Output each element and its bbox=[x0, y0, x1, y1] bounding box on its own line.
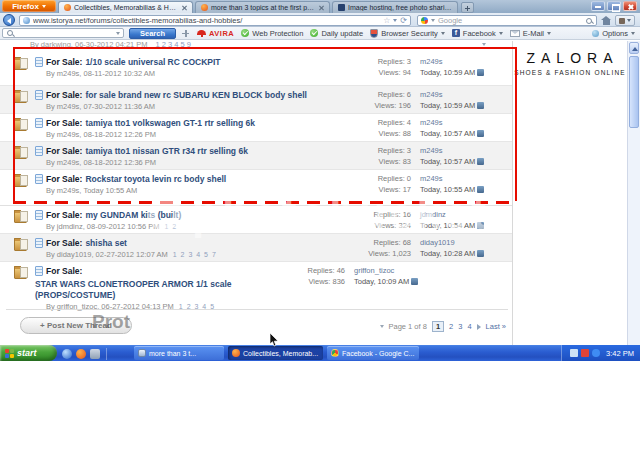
search-button[interactable]: Search bbox=[129, 28, 176, 39]
go-to-last-post-icon[interactable] bbox=[477, 130, 484, 137]
avira-umbrella-icon bbox=[197, 29, 206, 37]
last-post-user[interactable]: m249s bbox=[420, 174, 508, 185]
last-post-user[interactable]: m249s bbox=[420, 146, 508, 157]
page-menu-caret-icon[interactable] bbox=[380, 325, 384, 328]
next-page-icon[interactable] bbox=[477, 324, 481, 330]
thread-mini-pagination[interactable]: 1 2 3 4 5 7 bbox=[173, 251, 217, 258]
toolbar-search-input[interactable] bbox=[2, 28, 124, 38]
url-dropdown-icon[interactable] bbox=[393, 19, 397, 22]
new-tab-button[interactable] bbox=[461, 2, 474, 13]
go-to-last-post-icon[interactable] bbox=[477, 222, 484, 229]
daily-update-status[interactable]: Daily update bbox=[310, 29, 363, 38]
thread-title-link[interactable]: tamiya tto1 nissan GTR r34 rtr selling 6… bbox=[85, 146, 248, 156]
plus-icon[interactable] bbox=[181, 29, 190, 38]
reload-icon[interactable]: ⟳ bbox=[400, 17, 407, 25]
tray-icon[interactable] bbox=[592, 349, 600, 357]
go-to-last-post-icon[interactable] bbox=[477, 69, 484, 76]
browser-security-menu[interactable]: Browser Security bbox=[370, 29, 445, 38]
url-text[interactable]: www.istorya.net/forums/collectibles-memo… bbox=[33, 16, 380, 25]
zalora-ad-tagline[interactable]: SHOES & FASHION ONLINE bbox=[513, 69, 627, 76]
tab-more-than-3-topics[interactable]: more than 3 topics at the first pages ( … bbox=[195, 1, 330, 13]
last-page-link[interactable]: Last » bbox=[486, 322, 506, 331]
photobucket-favicon-icon bbox=[338, 4, 345, 11]
thread-prefix: For Sale: bbox=[46, 57, 82, 67]
options-icon bbox=[592, 30, 599, 37]
tab-image-hosting[interactable]: Image hosting, free photo sharing & vide… bbox=[332, 1, 458, 13]
email-menu[interactable]: E-Mail bbox=[510, 29, 551, 38]
table-row[interactable]: For Sale: Rockstar toyota levin rc body … bbox=[0, 169, 512, 197]
navigation-bar: www.istorya.net/forums/collectibles-memo… bbox=[0, 13, 640, 27]
page-link[interactable]: 4 bbox=[467, 322, 471, 331]
table-row[interactable]: For Sale: my GUNDAM kits (built) By jdmd… bbox=[0, 205, 512, 233]
restore-button[interactable] bbox=[607, 1, 621, 11]
last-post-user[interactable]: m249s bbox=[420, 90, 508, 101]
close-button[interactable] bbox=[623, 1, 637, 11]
thread-title-link[interactable]: 1/10 scale universal RC COCKPIT bbox=[85, 57, 220, 67]
thread-title-link[interactable]: Rockstar toyota levin rc body shell bbox=[85, 174, 226, 184]
last-post-user[interactable]: diday1019 bbox=[420, 238, 508, 249]
table-row[interactable]: For Sale: shisha set By diday1019, 02-27… bbox=[0, 233, 512, 261]
taskbar-task-2[interactable]: Collectibles, Memorab... bbox=[228, 346, 323, 360]
taskbar-task-3[interactable]: Facebook - Google C... bbox=[327, 346, 419, 360]
address-bar[interactable]: www.istorya.net/forums/collectibles-memo… bbox=[19, 15, 411, 26]
tab-close-icon[interactable] bbox=[181, 5, 187, 11]
zalora-ad-brand[interactable]: ZALORA bbox=[513, 50, 627, 66]
go-to-last-post-icon[interactable] bbox=[477, 102, 484, 109]
tab-close-icon[interactable] bbox=[318, 5, 324, 11]
web-protection-status[interactable]: Web Protection bbox=[241, 29, 303, 38]
page-summary[interactable]: Page 1 of 8 bbox=[389, 322, 427, 331]
table-row[interactable]: For Sale: tamiya tto1 volkswagen GT-1 rt… bbox=[0, 113, 512, 141]
bookmark-star-icon[interactable]: ☆ bbox=[383, 17, 390, 25]
tray-icon[interactable] bbox=[570, 349, 578, 357]
thread-title-link[interactable]: my GUNDAM kits (built) bbox=[85, 210, 181, 220]
last-post-user[interactable]: m249s bbox=[420, 118, 508, 129]
thread-views: Views: 83 bbox=[351, 157, 411, 168]
chevron-down-icon[interactable] bbox=[116, 32, 120, 35]
last-post-user[interactable]: griffon_tizoc bbox=[354, 266, 442, 277]
page-link[interactable]: 3 bbox=[458, 322, 462, 331]
thread-page-icon bbox=[35, 174, 43, 184]
go-to-last-post-icon[interactable] bbox=[411, 278, 418, 285]
firefox-icon[interactable] bbox=[76, 349, 86, 359]
addon-toolbar: Search AVIRA Web Protection Daily update… bbox=[0, 27, 640, 40]
tab-collectibles[interactable]: Collectibles, Memorabilias & Hobbies bbox=[58, 1, 193, 13]
go-to-last-post-icon[interactable] bbox=[477, 250, 484, 257]
table-row[interactable]: For Sale: for sale brand new rc SUBARU K… bbox=[0, 85, 512, 113]
thread-title-link[interactable]: tamiya tto1 volkswagen GT-1 rtr selling … bbox=[85, 118, 255, 128]
thread-title-link[interactable]: STAR WARS CLONETROOPER ARMOR 1/1 scale (… bbox=[35, 279, 285, 300]
start-button[interactable]: start bbox=[0, 345, 57, 361]
vertical-scrollbar[interactable] bbox=[627, 41, 640, 345]
options-menu[interactable]: Options bbox=[592, 29, 635, 38]
search-icon[interactable] bbox=[585, 17, 593, 25]
tray-icon[interactable] bbox=[581, 349, 589, 357]
scroll-up-icon[interactable] bbox=[629, 42, 639, 54]
thread-views: Views: 17 bbox=[351, 185, 411, 196]
thread-mini-pagination[interactable]: 1 2 bbox=[164, 223, 177, 230]
last-post-user[interactable]: m249s bbox=[420, 57, 508, 68]
firefox-menu-button[interactable]: Firefox bbox=[2, 0, 56, 12]
show-desktop-icon[interactable] bbox=[90, 349, 100, 359]
thread-title-link[interactable]: shisha set bbox=[85, 238, 127, 248]
thread-mini-pagination[interactable]: 1 2 3 4 5 9 bbox=[156, 41, 191, 49]
browser-search-bar[interactable]: Google bbox=[417, 15, 597, 26]
thread-title-link[interactable]: for sale brand new rc SUBARU KEN BLOCK b… bbox=[85, 90, 307, 100]
internet-explorer-icon[interactable] bbox=[62, 349, 72, 359]
site-globe-icon bbox=[23, 17, 30, 24]
scrollbar-thumb[interactable] bbox=[629, 56, 639, 128]
sort-caret-icon[interactable] bbox=[482, 43, 486, 46]
table-row[interactable]: For Sale: STAR WARS CLONETROOPER ARMOR 1… bbox=[0, 261, 512, 305]
last-post-user[interactable]: jdmdinz bbox=[420, 210, 508, 221]
minimize-button[interactable] bbox=[591, 1, 605, 11]
table-row[interactable]: For Sale: tamiya tto1 nissan GTR r34 rtr… bbox=[0, 141, 512, 169]
page-link[interactable]: 2 bbox=[449, 322, 453, 331]
table-row[interactable]: For Sale: 1/10 scale universal RC COCKPI… bbox=[0, 49, 512, 85]
engine-dropdown-icon[interactable] bbox=[431, 19, 435, 22]
bookmarks-button[interactable] bbox=[615, 15, 635, 26]
facebook-menu[interactable]: f Facebook bbox=[452, 29, 503, 38]
go-to-last-post-icon[interactable] bbox=[477, 186, 484, 193]
taskbar-task-1[interactable]: more than 3 t... bbox=[134, 346, 224, 360]
back-button[interactable] bbox=[3, 14, 15, 26]
post-new-thread-button[interactable]: + Post New Thread bbox=[20, 317, 132, 334]
go-to-last-post-icon[interactable] bbox=[477, 158, 484, 165]
home-button[interactable] bbox=[601, 16, 611, 25]
